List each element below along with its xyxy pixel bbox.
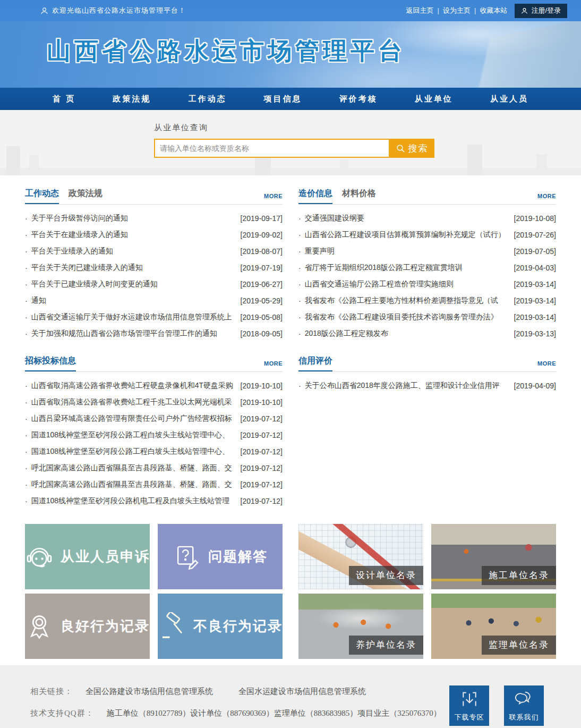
search-icon [396,144,405,153]
footer-link[interactable]: 全国水运建设市场信用信息管理系统 [238,687,366,697]
news-title[interactable]: 山西省取消高速公路省界收费站工程硬盘录像机和4T硬盘采购 [31,381,237,391]
nav-item[interactable]: 评价考核 [339,94,378,104]
section-cost-news: 造价信息 材料价格 MORE · 交通强国建设纲要 [2019-10-08] ·… [298,187,556,342]
tile-bad-behavior[interactable]: 不良行为记录 [158,594,283,659]
gallery-supervision-units[interactable]: 监理单位名录 [431,594,556,659]
list-item[interactable]: · 通知 [2019-05-29] [25,292,283,309]
more-link-credit[interactable]: MORE [537,360,556,371]
list-item[interactable]: · 山西省交通运输厅公路工程造价管理实施细则 [2019-03-14] [298,276,556,292]
news-title[interactable]: 平台关于在建业绩录入的通知 [31,230,237,240]
list-item[interactable]: · 2018版公路工程定额发布 [2019-03-13] [298,325,556,342]
list-item[interactable]: · 省厅将于近期组织2018版公路工程定额宣贯培训 [2019-04-03] [298,259,556,276]
tab-material-prices[interactable]: 材料价格 [342,188,376,204]
contact-us-label: 联系我们 [509,713,539,722]
news-title[interactable]: 平台关于关闭已建业绩录入的通知 [31,263,237,273]
gallery-construction-units[interactable]: 施工单位名录 [431,524,556,589]
news-date: [2019-08-07] [241,247,283,256]
news-title[interactable]: 关于加强和规范山西省公路市场管理平台管理工作的通知 [31,329,237,338]
tile-question-answer[interactable]: 问题解答 [158,524,283,589]
directory-galleries: 设计单位名录 施工单位名录 养护单位名录 监理单位名录 [298,524,556,659]
news-title[interactable]: 国道108线神堂堡至砂河段公路工程白坡头主线站管理中心、 [31,430,237,440]
news-date: [2019-03-14] [514,280,556,289]
tab-credit-evaluation[interactable]: 信用评价 [298,355,332,371]
list-item[interactable]: · 国道108线神堂堡至砂河段公路机电工程及白坡头主线站管理 [2019-07-… [25,493,283,509]
news-title[interactable]: 省厅将于近期组织2018版公路工程定额宣贯培训 [305,263,511,273]
list-item[interactable]: · 山西省取消高速公路省界收费站工程千兆工业以太网光端机采 [2019-10-1… [25,394,283,410]
list-item[interactable]: · 我省发布《公路工程建设项目委托技术咨询服务管理办法》 [2019-03-14… [298,309,556,325]
nav-item[interactable]: 项目信息 [264,94,302,104]
news-title[interactable]: 山西省交通运输厅公路工程造价管理实施细则 [305,280,511,289]
search-button[interactable]: 搜索 [390,139,434,158]
login-register-button[interactable]: 注册/登录 [515,4,567,18]
topbar-link[interactable]: 收藏本站 [480,6,507,15]
news-date: [2018-09-05] [241,329,283,338]
list-item[interactable]: · 平台关于在建业绩录入的通知 [2019-09-02] [25,226,283,243]
news-title[interactable]: 呼北国家高速公路山西省隰县至吉县段路基、桥隧、路面、交 [31,480,237,489]
news-title[interactable]: 国道108线神堂堡至砂河段公路工程白坡头主线站管理中心、 [31,447,237,456]
news-title[interactable]: 呼北国家高速公路山西省隰县至吉县段路基、桥隧、路面、交 [31,463,237,473]
list-item[interactable]: · 关于加强和规范山西省公路市场管理平台管理工作的通知 [2018-09-05] [25,325,283,342]
news-title[interactable]: 平台关于已建业绩录入时间变更的通知 [31,280,237,289]
list-item[interactable]: · 交通强国建设纲要 [2019-10-08] [298,210,556,226]
list-item[interactable]: · 关于平台升级暂停访问的通知 [2019-09-17] [25,210,283,226]
footer-link[interactable]: 全国公路建设市场信用信息管理系统 [86,687,213,697]
news-title[interactable]: 国道108线神堂堡至砂河段公路机电工程及白坡头主线站管理 [31,496,237,506]
gallery-design-units[interactable]: 设计单位名录 [298,524,423,589]
tab-work-dynamics[interactable]: 工作动态 [25,188,59,204]
news-title[interactable]: 交通强国建设纲要 [305,214,511,223]
news-title[interactable]: 2018版公路工程定额发布 [305,329,511,338]
news-title[interactable]: 关于公布山西省2018年度公路施工、监理和设计企业信用评 [305,381,511,391]
list-item[interactable]: · 山西省交通运输厅关于做好水运建设市场信用信息管理系统上 [2019-05-0… [25,309,283,325]
news-title[interactable]: 平台关于业绩录入的通知 [31,247,237,256]
bullet: · [25,480,28,489]
news-title[interactable]: 我省发布《公路工程主要地方性材料价差调整指导意见（试 [305,296,511,306]
topbar-link[interactable]: 返回主页 [406,6,443,15]
more-link-work[interactable]: MORE [264,193,283,204]
list-item[interactable]: · 重要声明 [2019-07-05] [298,243,556,259]
site-title: 山西省公路水运市场管理平台 [47,35,406,67]
topbar-link[interactable]: 设为主页 [443,6,480,15]
contact-us-button[interactable]: 联系我们 [504,685,544,726]
news-title[interactable]: 重要声明 [305,247,511,256]
bullet: · [25,398,28,407]
list-item[interactable]: · 国道108线神堂堡至砂河段公路工程白坡头主线站管理中心、 [2019-07-… [25,427,283,443]
download-zone-button[interactable]: 下载专区 [449,685,489,726]
news-title[interactable]: 山西省公路工程建设项目估算概算预算编制补充规定（试行） [305,230,511,240]
list-item[interactable]: · 平台关于关闭已建业绩录入的通知 [2019-07-19] [25,259,283,276]
news-date: [2019-07-12] [241,464,283,472]
more-link-cost[interactable]: MORE [537,193,556,204]
list-item[interactable]: · 山西省公路工程建设项目估算概算预算编制补充规定（试行） [2019-07-2… [298,226,556,243]
news-title[interactable]: 关于平台升级暂停访问的通知 [31,214,237,223]
main-nav: 首 页政策法规工作动态项目信息评价考核从业单位从业人员 [0,88,581,110]
nav-item[interactable]: 首 页 [53,94,75,104]
news-title[interactable]: 山西省交通运输厅关于做好水运建设市场信用信息管理系统上 [31,312,237,322]
nav-item[interactable]: 从业单位 [415,94,453,104]
search-input[interactable] [154,139,390,158]
tab-cost-info[interactable]: 造价信息 [298,188,332,204]
tab-policy-regulations[interactable]: 政策法规 [69,188,102,204]
nav-item[interactable]: 工作动态 [188,94,226,104]
news-title[interactable]: 山西省取消高速公路省界收费站工程千兆工业以太网光端机采 [31,397,237,407]
news-date: [2019-07-12] [241,447,283,456]
list-item[interactable]: · 呼北国家高速公路山西省隰县至吉县段路基、桥隧、路面、交 [2019-07-1… [25,460,283,476]
list-item[interactable]: · 国道108线神堂堡至砂河段公路工程白坡头主线站管理中心、 [2019-07-… [25,443,283,460]
tab-bidding-info[interactable]: 招标投标信息 [25,355,76,371]
list-item[interactable]: · 山西省取消高速公路省界收费站工程硬盘录像机和4T硬盘采购 [2019-10-… [25,377,283,394]
nav-item[interactable]: 政策法规 [113,94,151,104]
list-item[interactable]: · 山西吕梁环城高速公路管理有限责任公司户外广告经营权招标 [2019-07-1… [25,410,283,427]
news-title[interactable]: 我省发布《公路工程建设项目委托技术咨询服务管理办法》 [305,312,511,322]
list-item[interactable]: · 关于公布山西省2018年度公路施工、监理和设计企业信用评 [2019-04-… [298,377,556,394]
news-title[interactable]: 山西吕梁环城高速公路管理有限责任公司户外广告经营权招标 [31,414,237,424]
tile-good-behavior[interactable]: 良好行为记录 [25,594,150,659]
tile-personnel-appeal[interactable]: 从业人员申诉 [25,524,150,589]
gallery-maintenance-units[interactable]: 养护单位名录 [298,594,423,659]
bullet: · [25,297,28,305]
list-item[interactable]: · 呼北国家高速公路山西省隰县至吉县段路基、桥隧、路面、交 [2019-07-1… [25,476,283,493]
nav-item[interactable]: 从业人员 [490,94,528,104]
list-item[interactable]: · 平台关于已建业绩录入时间变更的通知 [2019-06-27] [25,276,283,292]
list-item[interactable]: · 平台关于业绩录入的通知 [2019-08-07] [25,243,283,259]
news-date: [2019-09-02] [241,231,283,239]
news-title[interactable]: 通知 [31,296,237,306]
list-item[interactable]: · 我省发布《公路工程主要地方性材料价差调整指导意见（试 [2019-03-14… [298,292,556,309]
more-link-bidding[interactable]: MORE [264,360,283,371]
